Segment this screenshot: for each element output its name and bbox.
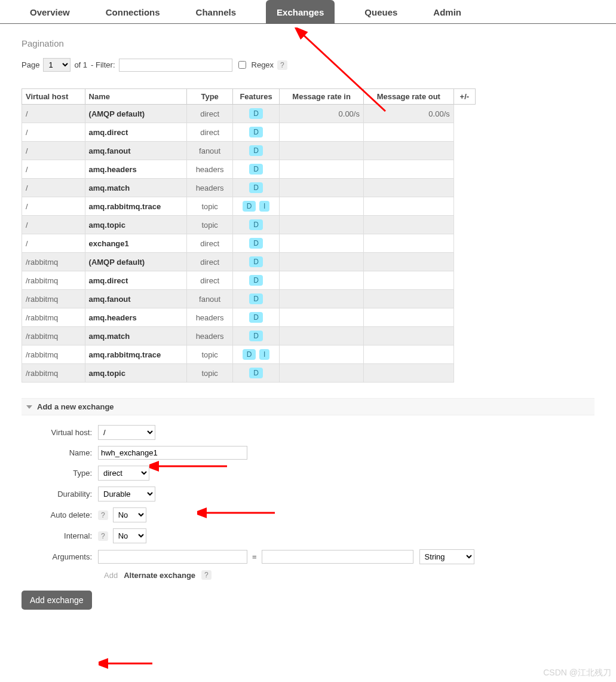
alt-exchange-help-icon[interactable]: ? [201, 570, 212, 580]
table-row: /rabbitmqamq.directdirectD [22, 271, 476, 290]
tab-exchanges[interactable]: Exchanges [266, 0, 335, 23]
cell-name[interactable]: amq.rabbitmq.trace [85, 345, 187, 364]
cell-vhost: / [22, 179, 85, 197]
feature-tag: D [249, 127, 263, 137]
cell-name[interactable]: (AMQP default) [85, 253, 187, 271]
cell-name[interactable]: amq.direct [85, 123, 187, 142]
feature-tag: D [249, 368, 263, 378]
name-input[interactable] [98, 446, 247, 460]
table-row: /amq.rabbitmq.tracetopicD I [22, 197, 476, 216]
filter-input[interactable] [119, 59, 232, 72]
cell-name[interactable]: amq.direct [85, 271, 187, 290]
cell-name[interactable]: amq.topic [85, 364, 187, 383]
col-features[interactable]: Features [232, 89, 279, 105]
cell-name[interactable]: amq.fanout [85, 142, 187, 160]
cell-vhost: /rabbitmq [22, 308, 85, 327]
equals-sign: = [252, 552, 257, 561]
feature-tag: D [249, 108, 263, 119]
internal-label: Internal: [22, 531, 98, 540]
cell-rate-in [280, 160, 364, 179]
cell-rate-out [363, 253, 453, 271]
chevron-down-icon [26, 405, 32, 409]
add-exchange-header[interactable]: Add a new exchange [22, 398, 594, 415]
cell-features: D [232, 160, 279, 179]
cell-rate-in [280, 253, 364, 271]
auto-delete-help-icon[interactable]: ? [98, 510, 108, 520]
cell-name[interactable]: amq.topic [85, 216, 187, 234]
cell-vhost: /rabbitmq [22, 253, 85, 271]
feature-tag: D [249, 219, 263, 230]
col-plus-minus[interactable]: +/- [453, 89, 475, 105]
cell-name[interactable]: amq.match [85, 179, 187, 197]
vhost-select[interactable]: / [98, 425, 155, 440]
cell-vhost: / [22, 197, 85, 216]
cell-name[interactable]: amq.headers [85, 160, 187, 179]
table-row: /amq.fanoutfanoutD [22, 142, 476, 160]
cell-rate-out [363, 271, 453, 290]
cell-rate-out [363, 216, 453, 234]
tab-channels[interactable]: Channels [190, 0, 243, 23]
top-tabs: Overview Connections Channels Exchanges … [0, 0, 616, 24]
cell-features: D I [232, 345, 279, 364]
cell-features: D [232, 364, 279, 383]
cell-name[interactable]: amq.rabbitmq.trace [85, 197, 187, 216]
cell-name[interactable]: amq.fanout [85, 290, 187, 308]
arg-value-input[interactable] [262, 550, 413, 564]
cell-type: direct [187, 105, 232, 123]
alternate-exchange-link[interactable]: Alternate exchange [124, 571, 195, 580]
tab-admin[interactable]: Admin [427, 0, 467, 23]
cell-type: topic [187, 364, 232, 383]
cell-rate-in [280, 234, 364, 253]
feature-tag: D [249, 164, 263, 175]
durability-select[interactable]: Durable [98, 487, 155, 501]
type-label: Type: [22, 469, 98, 478]
watermark: CSDN @江北残刀 [543, 668, 611, 678]
table-row: /amq.headersheadersD [22, 160, 476, 179]
tab-connections[interactable]: Connections [100, 0, 166, 23]
cell-features: D [232, 253, 279, 271]
col-rate-out[interactable]: Message rate out [363, 89, 453, 105]
type-select[interactable]: direct [98, 466, 149, 481]
cell-type: headers [187, 327, 232, 345]
add-exchange-section: Add a new exchange Virtual host: / Name:… [22, 398, 594, 610]
regex-checkbox[interactable] [238, 61, 246, 69]
cell-rate-in [280, 216, 364, 234]
table-row: /amq.matchheadersD [22, 179, 476, 197]
internal-help-icon[interactable]: ? [98, 531, 108, 541]
tab-queues[interactable]: Queues [358, 0, 403, 23]
feature-tag: D [249, 145, 263, 156]
auto-delete-select[interactable]: No [113, 507, 146, 522]
cell-type: topic [187, 216, 232, 234]
table-row: /rabbitmq(AMQP default)directD [22, 253, 476, 271]
table-row: /rabbitmqamq.matchheadersD [22, 327, 476, 345]
feature-tag: D [249, 275, 263, 286]
regex-help-icon[interactable]: ? [277, 60, 287, 70]
cell-vhost: / [22, 123, 85, 142]
col-rate-in[interactable]: Message rate in [280, 89, 364, 105]
pagination-title: Pagination [22, 38, 594, 48]
cell-vhost: / [22, 142, 85, 160]
cell-name[interactable]: (AMQP default) [85, 105, 187, 123]
cell-vhost: /rabbitmq [22, 345, 85, 364]
internal-select[interactable]: No [113, 528, 146, 543]
cell-vhost: /rabbitmq [22, 327, 85, 345]
tab-overview[interactable]: Overview [24, 0, 76, 23]
page-of-label: of 1 [74, 60, 87, 69]
cell-name[interactable]: amq.headers [85, 308, 187, 327]
cell-name[interactable]: exchange1 [85, 234, 187, 253]
cell-name[interactable]: amq.match [85, 327, 187, 345]
col-type[interactable]: Type [187, 89, 232, 105]
arg-key-input[interactable] [98, 550, 247, 564]
feature-tag: D [249, 331, 263, 341]
cell-rate-out [363, 142, 453, 160]
cell-features: D [232, 142, 279, 160]
arg-type-select[interactable]: String [419, 549, 474, 564]
col-name[interactable]: Name [85, 89, 187, 105]
table-row: /amq.topictopicD [22, 216, 476, 234]
feature-tag: I [259, 201, 269, 212]
add-exchange-button[interactable]: Add exchange [22, 591, 92, 610]
col-vhost[interactable]: Virtual host [22, 89, 85, 105]
name-label: Name: [22, 448, 98, 457]
page-select[interactable]: 1 [43, 58, 71, 72]
cell-rate-in [280, 364, 364, 383]
